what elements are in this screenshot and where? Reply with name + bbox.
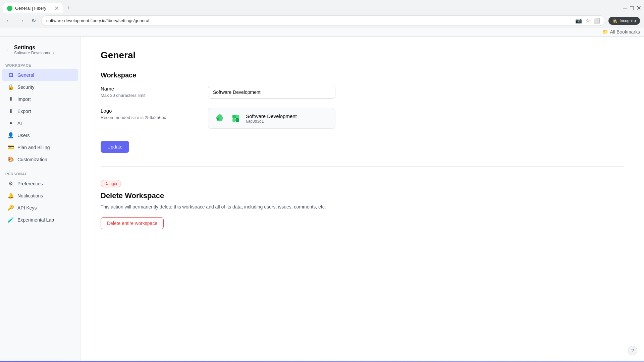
url-display: software-development.fibery.io/fibery/se…: [46, 18, 572, 23]
logo-field-control: Software Development 6ad8d3d1: [208, 108, 335, 129]
danger-zone: Danger Delete Workspace This action will…: [101, 180, 624, 229]
incognito-label: Incognito: [620, 18, 636, 23]
sidebar-item-label-import: Import: [17, 97, 31, 102]
sidebar-title: Settings: [14, 45, 55, 51]
bookmarks-bar: 📁 All Bookmarks: [0, 28, 644, 36]
svg-point-1: [221, 117, 223, 119]
tab-cast-icon[interactable]: ⬜: [593, 17, 600, 24]
sidebar-item-plan-billing[interactable]: 💳 Plan and Billing: [2, 141, 78, 153]
svg-point-0: [217, 118, 219, 120]
browser-toolbar: ← → ↻ software-development.fibery.io/fib…: [0, 13, 644, 28]
logo-info: Software Development 6ad8d3d1: [246, 113, 297, 124]
sidebar: ← Settings Software Development WORKSPAC…: [0, 37, 80, 362]
reload-button[interactable]: ↻: [30, 16, 38, 25]
update-button[interactable]: Update: [101, 141, 129, 153]
name-hint: Max 30 characters limit: [101, 93, 195, 98]
page-title: General: [101, 50, 624, 61]
active-tab[interactable]: General | Fibery ✕: [3, 3, 63, 13]
name-input[interactable]: [208, 86, 335, 99]
bookmarks-label: All Bookmarks: [610, 29, 640, 35]
experimental-lab-icon: 🧪: [7, 217, 14, 223]
svg-rect-2: [232, 115, 236, 118]
close-window-button[interactable]: ✕: [636, 4, 641, 12]
name-field-row: Name Max 30 characters limit: [101, 86, 624, 99]
name-label-col: Name Max 30 characters limit: [101, 86, 195, 98]
api-keys-icon: 🔑: [7, 204, 14, 211]
sidebar-item-ai[interactable]: ✦ AI: [2, 117, 78, 129]
sidebar-item-general[interactable]: ⊞ General: [2, 69, 78, 81]
maximize-button[interactable]: □: [630, 5, 634, 12]
logo-label: Logo: [101, 108, 195, 114]
logo-icon: [214, 112, 226, 124]
section-divider: [101, 166, 624, 167]
name-label: Name: [101, 86, 195, 92]
plan-billing-icon: 💳: [7, 144, 14, 150]
customization-icon: 🎨: [7, 156, 14, 163]
delete-workspace-title: Delete Workspace: [101, 191, 624, 200]
sidebar-item-label-notifications: Notifications: [17, 193, 43, 198]
delete-workspace-button[interactable]: Delete entire workspace: [101, 217, 164, 229]
sidebar-item-label-experimental-lab: Experimental Lab: [17, 217, 54, 223]
address-bar-icons: 📷 ☆ ⬜: [575, 17, 600, 24]
sidebar-item-label-general: General: [17, 72, 34, 78]
sidebar-item-export[interactable]: ⬆ Export: [2, 105, 78, 117]
sidebar-item-label-plan-billing: Plan and Billing: [17, 145, 50, 150]
sidebar-item-experimental-lab[interactable]: 🧪 Experimental Lab: [2, 214, 78, 226]
sidebar-item-users[interactable]: 👤 Users: [2, 129, 78, 141]
sidebar-item-label-users: Users: [17, 133, 30, 138]
bookmark-star-icon[interactable]: ☆: [585, 17, 590, 24]
help-button[interactable]: ?: [628, 346, 637, 355]
logo-secondary-icon: [230, 112, 242, 124]
svg-rect-5: [236, 118, 239, 122]
import-icon: ⬇: [7, 96, 14, 102]
sidebar-item-label-customization: Customization: [17, 157, 47, 162]
sidebar-item-notifications[interactable]: 🔔 Notifications: [2, 190, 78, 201]
sidebar-item-label-export: Export: [17, 109, 31, 114]
sidebar-back-button[interactable]: ←: [5, 47, 11, 53]
sidebar-subtitle: Software Development: [14, 51, 55, 55]
general-icon: ⊞: [7, 72, 14, 78]
window-controls: ─ □ ✕: [623, 4, 641, 12]
bookmarks-folder-icon: 📁: [602, 29, 608, 35]
sidebar-item-import[interactable]: ⬇ Import: [2, 93, 78, 105]
sidebar-item-api-keys[interactable]: 🔑 API Keys: [2, 202, 78, 214]
logo-hint: Recommended size is 256x256px: [101, 115, 195, 120]
sidebar-item-label-ai: AI: [17, 121, 22, 126]
danger-badge: Danger: [101, 180, 121, 187]
logo-field-row: Logo Recommended size is 256x256px: [101, 108, 624, 129]
users-icon: 👤: [7, 132, 14, 138]
ai-icon: ✦: [7, 120, 14, 126]
sidebar-item-customization[interactable]: 🎨 Customization: [2, 154, 78, 165]
notifications-icon: 🔔: [7, 192, 14, 199]
app-container: ← Settings Software Development WORKSPAC…: [0, 37, 644, 362]
logo-workspace-id: 6ad8d3d1: [246, 119, 297, 124]
progress-bar: [0, 361, 644, 362]
sidebar-item-security[interactable]: 🔒 Security: [2, 81, 78, 93]
security-icon: 🔒: [7, 84, 14, 90]
sidebar-item-preferences[interactable]: ⚙ Preferences: [2, 178, 78, 189]
address-bar[interactable]: software-development.fibery.io/fibery/se…: [41, 15, 605, 26]
forward-button[interactable]: →: [17, 16, 26, 25]
tab-title: General | Fibery: [15, 6, 46, 11]
back-button[interactable]: ←: [4, 16, 13, 25]
close-tab-button[interactable]: ✕: [54, 5, 59, 11]
workspace-section-title: Workspace: [101, 71, 624, 79]
browser-chrome: General | Fibery ✕ + ─ □ ✕ ← → ↻ softwar…: [0, 0, 644, 37]
sidebar-title-block: Settings Software Development: [14, 45, 55, 55]
incognito-button[interactable]: 🕵 Incognito: [608, 17, 640, 25]
tab-bar: General | Fibery ✕ + ─ □ ✕: [0, 0, 644, 13]
tab-favicon: [7, 6, 12, 11]
new-tab-button[interactable]: +: [64, 3, 73, 13]
minimize-button[interactable]: ─: [623, 5, 627, 12]
name-field-control: [208, 86, 335, 99]
sidebar-item-label-preferences: Preferences: [17, 181, 43, 186]
personal-section-label: PERSONAL: [0, 169, 80, 177]
logo-workspace-name: Software Development: [246, 113, 297, 119]
sidebar-header: ← Settings Software Development: [0, 42, 80, 61]
sidebar-item-label-security: Security: [17, 84, 35, 90]
delete-workspace-description: This action will permanently delete this…: [101, 203, 624, 210]
workspace-section-label: WORKSPACE: [0, 61, 80, 69]
svg-rect-4: [232, 118, 236, 122]
sidebar-item-label-api-keys: API Keys: [17, 205, 37, 210]
export-icon: ⬆: [7, 108, 14, 114]
